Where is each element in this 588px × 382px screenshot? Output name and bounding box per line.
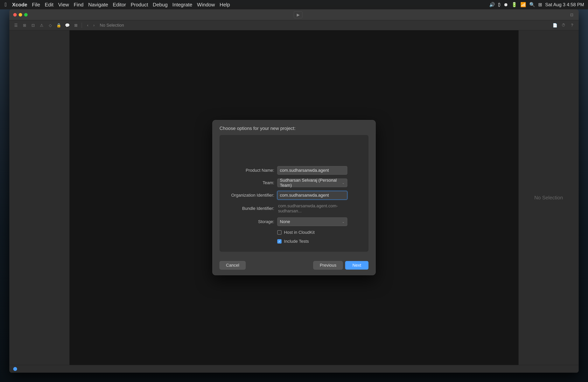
- filter-icon[interactable]: 🔒: [56, 22, 62, 28]
- storage-dropdown-arrow: ⌄: [342, 220, 345, 224]
- no-selection-right: No Selection: [534, 195, 563, 201]
- comment-icon[interactable]: 💬: [64, 22, 70, 28]
- bundle-id-value: com.sudharsanwda.agent.com-sudharsan...: [277, 203, 357, 213]
- team-select[interactable]: Sudharsan Selvaraj (Personal Team) ⌄: [277, 179, 347, 187]
- nav-forward[interactable]: ›: [91, 22, 97, 28]
- right-panel: No Selection: [518, 30, 579, 365]
- bundle-id-label: Bundle Identifier:: [231, 206, 274, 211]
- menubar-file[interactable]: File: [30, 1, 42, 9]
- bluetooth-icon: ₿: [498, 2, 501, 7]
- include-tests-label: Include Tests: [284, 239, 309, 244]
- cancel-button[interactable]: Cancel: [220, 261, 246, 270]
- storage-label: Storage:: [231, 219, 274, 224]
- search-icon[interactable]: 🔍: [529, 2, 535, 7]
- cloudkit-label: Host in CloudKit: [284, 230, 315, 235]
- history-icon[interactable]: ⏱: [561, 22, 566, 28]
- run-icon: ▶: [297, 12, 300, 17]
- traffic-lights: [13, 13, 28, 17]
- wifi-icon: 📶: [520, 2, 526, 7]
- toolbar-row: ☰ ⊞ ⊡ ⚠ ◇ 🔒 💬 ⊠ ‹ › No Selection 📄 ⏱ ?: [9, 20, 579, 30]
- menubar-view[interactable]: View: [56, 1, 71, 9]
- record-icon: ⏺: [504, 2, 508, 7]
- org-id-label: Organization Identifier:: [231, 193, 274, 198]
- volume-icon: 🔊: [489, 2, 495, 7]
- dialog-body: Product Name: Team: Sudharsan Selvaraj (…: [212, 135, 376, 257]
- breakpoint-icon[interactable]: ⊞: [22, 22, 27, 28]
- menubar-navigate[interactable]: Navigate: [86, 1, 110, 9]
- bottom-bar: [9, 365, 579, 373]
- next-button[interactable]: Next: [345, 261, 368, 270]
- storage-value: None: [280, 219, 290, 224]
- team-value: Sudharsan Selvaraj (Personal Team): [280, 178, 342, 188]
- dialog-title: Choose options for your new project:: [212, 120, 376, 135]
- new-file-icon[interactable]: 📄: [552, 22, 558, 28]
- close-button[interactable]: [13, 13, 17, 17]
- status-indicator: [13, 367, 17, 371]
- form-grid: Product Name: Team: Sudharsan Selvaraj (…: [231, 166, 357, 244]
- dialog-content-area: Product Name: Team: Sudharsan Selvaraj (…: [220, 135, 368, 252]
- bookmark-icon[interactable]: ⊡: [30, 22, 36, 28]
- control-center-icon[interactable]: ⊞: [538, 2, 542, 7]
- warning-icon[interactable]: ⚠: [39, 22, 44, 28]
- team-label: Team:: [231, 180, 274, 185]
- maximize-button[interactable]: [24, 13, 28, 17]
- minimize-button[interactable]: [19, 13, 22, 17]
- nav-arrows: ‹ ›: [85, 22, 97, 28]
- new-project-dialog: Choose options for your new project: Pro…: [212, 120, 376, 275]
- menubar-xcode[interactable]: Xcode: [10, 1, 30, 9]
- menubar-debug[interactable]: Debug: [150, 1, 170, 9]
- menubar-left:  Xcode File Edit View Find Navigate Edi…: [4, 1, 489, 9]
- include-tests-row: ✓ Include Tests: [277, 239, 357, 244]
- no-selection-label: No Selection: [100, 23, 124, 28]
- run-button[interactable]: ▶: [294, 11, 302, 18]
- menubar-edit[interactable]: Edit: [42, 1, 56, 9]
- include-tests-checkbox[interactable]: ✓: [277, 239, 282, 244]
- product-name-label: Product Name:: [231, 168, 274, 173]
- battery-icon: 🔋: [511, 2, 517, 7]
- menubar-right: 🔊 ₿ ⏺ 🔋 📶 🔍 ⊞ Sat Aug 3 4:58 PM: [489, 2, 584, 7]
- help-icon[interactable]: ?: [569, 22, 575, 28]
- storage-select[interactable]: None ⌄: [277, 217, 347, 226]
- menubar-editor[interactable]: Editor: [110, 1, 128, 9]
- apple-menu[interactable]: : [4, 1, 10, 9]
- main-area: Choose options for your new project: Pro…: [9, 30, 579, 365]
- checkmark-icon: ✓: [278, 240, 281, 243]
- cloudkit-checkbox[interactable]: [277, 230, 282, 234]
- navigator-icon[interactable]: ☰: [13, 22, 19, 28]
- cloudkit-row: Host in CloudKit: [277, 230, 357, 235]
- diff-icon[interactable]: ⊠: [73, 22, 79, 28]
- org-id-input[interactable]: [277, 191, 347, 200]
- menubar-time: Sat Aug 3 4:58 PM: [545, 2, 584, 7]
- nav-back[interactable]: ‹: [85, 22, 90, 28]
- menubar-find[interactable]: Find: [71, 1, 86, 9]
- team-dropdown-arrow: ⌄: [342, 181, 345, 185]
- issue-icon[interactable]: ◇: [47, 22, 53, 28]
- menubar-window[interactable]: Window: [195, 1, 217, 9]
- nav-buttons: Previous Next: [313, 261, 368, 270]
- title-bar: ▶ ⊡: [9, 9, 579, 20]
- menubar-product[interactable]: Product: [128, 1, 150, 9]
- modal-overlay: Choose options for your new project: Pro…: [70, 30, 518, 365]
- dialog-footer: Cancel Previous Next: [212, 257, 376, 275]
- menubar:  Xcode File Edit View Find Navigate Edi…: [0, 0, 588, 9]
- sidebar-toggle-right[interactable]: ⊡: [568, 12, 575, 18]
- center-content: Choose options for your new project: Pro…: [70, 30, 518, 365]
- previous-button[interactable]: Previous: [313, 261, 343, 270]
- product-name-input[interactable]: [277, 166, 347, 175]
- left-sidebar: [9, 30, 70, 365]
- menubar-integrate[interactable]: Integrate: [170, 1, 195, 9]
- xcode-window: ▶ ⊡ ☰ ⊞ ⊡ ⚠ ◇ 🔒 💬 ⊠ ‹ › No Selection 📄 ⏱…: [9, 9, 579, 373]
- menubar-help[interactable]: Help: [217, 1, 232, 9]
